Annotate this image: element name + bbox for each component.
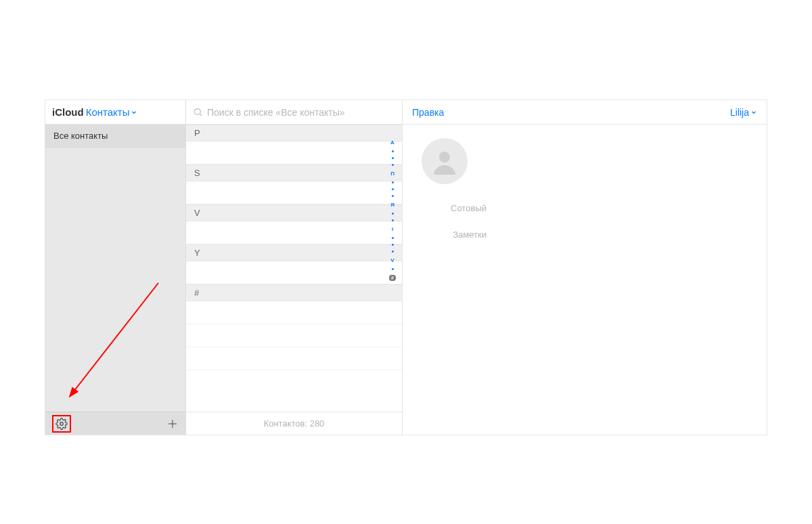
- index-dot: [392, 237, 394, 239]
- svg-point-1: [60, 422, 64, 425]
- index-dot: [392, 150, 394, 152]
- field-mobile: Сотовый: [422, 203, 748, 213]
- index-dot: [392, 244, 394, 246]
- gear-icon: [55, 418, 68, 430]
- svg-point-6: [439, 152, 450, 162]
- list-section-header: #: [186, 284, 402, 301]
- account-label: Lilija: [730, 107, 749, 118]
- index-dot: [392, 195, 394, 197]
- svg-point-4: [195, 109, 201, 115]
- section-dropdown[interactable]: Контакты: [86, 106, 138, 118]
- detail-pane: Правка Lilija Сотовый Заметки: [403, 100, 767, 435]
- index-letter[interactable]: I: [392, 226, 393, 232]
- list-item[interactable]: [186, 301, 402, 324]
- contact-count: Контактов: 280: [264, 418, 325, 429]
- list-item[interactable]: [186, 347, 402, 370]
- index-dot: [392, 213, 394, 215]
- group-item-all[interactable]: Все контакты: [45, 125, 185, 148]
- field-label: Заметки: [422, 230, 487, 240]
- field-notes: Заметки: [422, 230, 748, 240]
- list-item[interactable]: [186, 261, 402, 284]
- index-letter[interactable]: П: [390, 171, 394, 177]
- index-dot: [392, 181, 394, 183]
- alphabet-index[interactable]: А П Я I V #: [386, 139, 399, 408]
- avatar-row: [422, 138, 748, 184]
- edit-button[interactable]: Правка: [412, 107, 444, 118]
- list-item[interactable]: [186, 181, 402, 204]
- sidebar: iCloud Контакты Все контакты: [45, 100, 186, 435]
- group-item-label: Все контакты: [53, 131, 108, 141]
- section-label: Контакты: [86, 106, 130, 118]
- index-dot: [392, 164, 394, 166]
- contact-list-pane: P S V Y # А П: [186, 100, 403, 435]
- list-section-header: V: [186, 204, 402, 221]
- plus-icon: [166, 418, 179, 430]
- contacts-window: iCloud Контакты Все контакты: [45, 100, 767, 435]
- list-item[interactable]: [186, 324, 402, 347]
- search-input[interactable]: [207, 107, 395, 118]
- settings-highlight: [52, 415, 71, 433]
- search-icon: [193, 107, 203, 117]
- avatar[interactable]: [422, 138, 468, 184]
- chevron-down-icon: [750, 109, 757, 116]
- sidebar-header: iCloud Контакты: [45, 100, 185, 125]
- detail-header: Правка Lilija: [403, 100, 767, 125]
- index-dot: [392, 250, 394, 253]
- brand-label: iCloud: [52, 106, 84, 118]
- person-icon: [428, 145, 461, 177]
- index-dot: [392, 268, 394, 270]
- index-dot: [392, 157, 394, 159]
- index-letter[interactable]: Я: [390, 202, 394, 208]
- index-letter[interactable]: #: [389, 275, 396, 281]
- list-item[interactable]: [186, 221, 402, 244]
- detail-body: Сотовый Заметки: [403, 125, 767, 269]
- list-section-header: P: [186, 125, 402, 141]
- search-bar: [186, 100, 402, 125]
- index-dot: [392, 188, 394, 190]
- list-item[interactable]: [186, 141, 402, 165]
- index-letter[interactable]: А: [390, 139, 394, 146]
- group-list: Все контакты: [45, 125, 185, 412]
- chevron-down-icon: [131, 109, 137, 116]
- svg-line-5: [200, 114, 202, 116]
- contact-list[interactable]: P S V Y #: [186, 125, 402, 412]
- index-dot: [392, 219, 394, 221]
- sidebar-footer: [45, 412, 185, 435]
- add-contact-button[interactable]: [166, 418, 179, 430]
- field-label: Сотовый: [422, 203, 487, 213]
- account-dropdown[interactable]: Lilija: [730, 107, 757, 118]
- list-footer: Контактов: 280: [186, 412, 402, 435]
- index-letter[interactable]: V: [390, 257, 394, 263]
- list-section-header: Y: [186, 244, 402, 261]
- list-section-header: S: [186, 165, 402, 181]
- settings-button[interactable]: [55, 418, 68, 430]
